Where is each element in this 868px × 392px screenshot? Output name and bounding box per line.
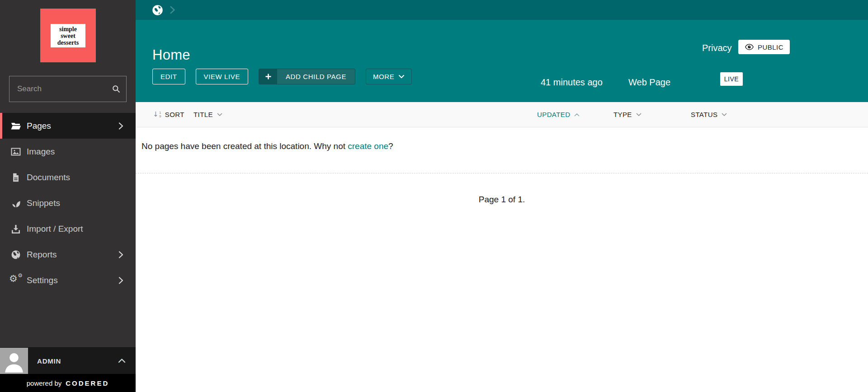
cms-admin-screen: simple sweet desserts P: [0, 0, 868, 392]
account-menu-toggle[interactable]: ADMIN: [0, 347, 136, 374]
site-logo[interactable]: simple sweet desserts: [40, 9, 96, 62]
column-sort[interactable]: ↓ 1 9 SORT: [153, 102, 184, 127]
folder-open-icon: [10, 120, 21, 131]
search-input[interactable]: [9, 76, 126, 102]
user-avatar-icon: [0, 348, 28, 374]
chevron-up-icon: [574, 113, 580, 117]
edit-button[interactable]: EDIT: [152, 69, 185, 84]
search-box: [9, 76, 127, 102]
view-live-button[interactable]: VIEW LIVE: [196, 69, 248, 84]
page-type-text: Web Page: [628, 77, 670, 88]
codered-logo: CodeRed: [66, 379, 109, 387]
snippet-leaf-icon: [10, 197, 21, 209]
chevron-up-icon: [118, 359, 126, 364]
column-status[interactable]: STATUS: [691, 102, 727, 127]
powered-by-link[interactable]: powered by CodeRed: [0, 374, 136, 392]
sidebar-menu: Pages Images: [0, 113, 136, 293]
privacy-public-button[interactable]: PUBLIC: [738, 40, 790, 54]
sort-numeric-icon: ↓ 1 9: [153, 111, 161, 118]
sidebar-item-settings[interactable]: Settings: [0, 267, 136, 293]
chevron-down-icon: [217, 113, 222, 117]
sidebar-item-import-export[interactable]: Import / Export: [0, 216, 136, 242]
page-actions: EDIT VIEW LIVE ADD CHILD PAGE MORE: [152, 69, 412, 84]
create-one-link[interactable]: create one: [348, 141, 388, 151]
breadcrumb: [136, 0, 868, 20]
download-icon: [10, 223, 21, 234]
sidebar-item-reports[interactable]: Reports: [0, 242, 136, 267]
last-updated-text: 41 minutes ago: [541, 77, 603, 88]
document-icon: [10, 172, 21, 183]
column-updated[interactable]: UPDATED: [537, 102, 580, 127]
image-icon: [10, 146, 21, 157]
eye-icon: [745, 43, 754, 51]
search-icon[interactable]: [110, 83, 123, 95]
globe-icon: [10, 249, 21, 260]
plus-icon: [259, 69, 277, 84]
add-child-page-button[interactable]: ADD CHILD PAGE: [259, 69, 355, 84]
column-type[interactable]: TYPE: [613, 102, 642, 127]
pagination-text: Page 1 of 1.: [136, 195, 868, 205]
site-logo-text: simple sweet desserts: [51, 24, 85, 47]
column-title[interactable]: TITLE: [193, 102, 222, 127]
live-status-badge[interactable]: LIVE: [720, 72, 743, 86]
chevron-right-icon: [169, 5, 176, 15]
chevron-right-icon: [118, 121, 124, 131]
page-title: Home: [152, 47, 190, 63]
page-header: Home Privacy PUBLIC EDIT VIEW LIVE: [136, 20, 868, 102]
sidebar-item-images[interactable]: Images: [0, 139, 136, 164]
chevron-down-icon: [398, 75, 405, 79]
main-content: Home Privacy PUBLIC EDIT VIEW LIVE: [136, 0, 868, 392]
sidebar-item-documents[interactable]: Documents: [0, 164, 136, 190]
chevron-right-icon: [118, 250, 124, 259]
privacy-label: Privacy: [702, 43, 732, 53]
chevron-right-icon: [118, 276, 124, 285]
empty-listing-message: No pages have been created at this locat…: [142, 141, 393, 151]
account-username: ADMIN: [37, 357, 61, 365]
listing-divider: [136, 173, 868, 173]
globe-icon[interactable]: [151, 4, 164, 16]
more-button[interactable]: MORE: [366, 69, 412, 84]
sidebar: simple sweet desserts P: [0, 0, 136, 392]
listing-column-headers: ↓ 1 9 SORT TITLE UPDATED: [136, 102, 868, 127]
sidebar-item-snippets[interactable]: Snippets: [0, 190, 136, 216]
sidebar-item-pages[interactable]: Pages: [0, 113, 136, 139]
gears-icon: [10, 275, 21, 286]
chevron-down-icon: [722, 113, 727, 117]
chevron-down-icon: [636, 113, 642, 117]
